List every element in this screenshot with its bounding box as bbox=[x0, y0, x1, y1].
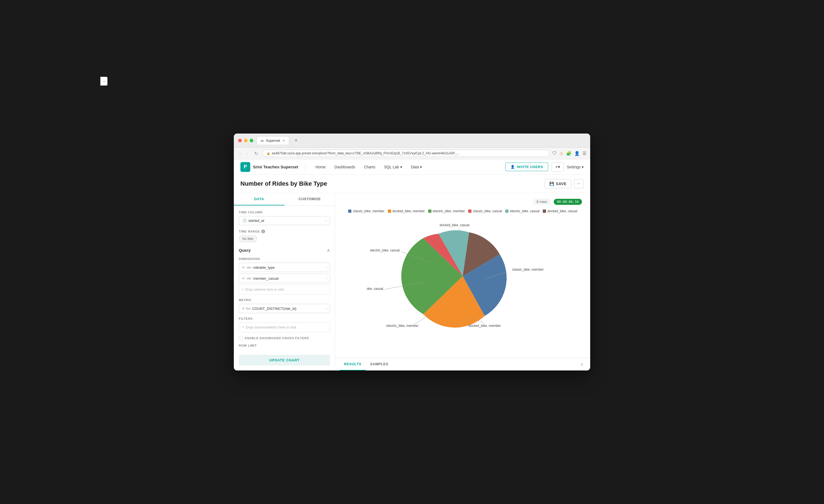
nav-home[interactable]: Home bbox=[312, 163, 329, 171]
legend-label-2: electric_bike, member bbox=[433, 209, 465, 213]
refresh-button[interactable]: ↻ bbox=[253, 150, 260, 157]
forward-button[interactable]: › bbox=[245, 150, 250, 156]
nav-charts[interactable]: Charts bbox=[360, 163, 379, 171]
nav-links: Home Dashboards Charts SQL Lab ▾ Data ▾ bbox=[312, 163, 499, 171]
menu-icon[interactable]: ☰ bbox=[583, 151, 586, 156]
time-column-select[interactable]: 🕐 started_at › bbox=[239, 216, 330, 225]
dimension-remove-0[interactable]: ✕ bbox=[242, 265, 245, 270]
dimension-item-0[interactable]: ✕ abc rideable_type › bbox=[239, 263, 330, 272]
panel-tabs: DATA CUSTOMIZE bbox=[234, 193, 335, 206]
cross-filters-checkbox[interactable] bbox=[239, 336, 242, 340]
brand-name: Srini Teaches Superset bbox=[253, 165, 298, 169]
filters-label: FILTERS bbox=[239, 317, 330, 320]
save-button[interactable]: 💾 SAVE bbox=[545, 179, 571, 188]
legend-color-4 bbox=[505, 209, 509, 213]
right-panel: 6 rows 00:00:06.34 classic_bike, member … bbox=[335, 193, 590, 371]
plus-icon: + bbox=[242, 288, 244, 292]
legend-item-5: docked_bike, casual bbox=[543, 209, 577, 213]
settings-button[interactable]: Settings ▾ bbox=[567, 165, 584, 169]
legend-item-1: docked_bike, member bbox=[388, 209, 425, 213]
metric-remove[interactable]: ✕ bbox=[242, 306, 245, 311]
filters-drop-zone[interactable]: + Drop columns/metrics here or click bbox=[239, 322, 330, 332]
new-tab-button[interactable]: + bbox=[293, 138, 300, 143]
dimension-item-1[interactable]: ✕ abc member_casual › bbox=[239, 274, 330, 283]
metric-item[interactable]: ✕ f(x) COUNT_DISTINCT(ride_id) › bbox=[239, 304, 330, 313]
row-count-badge: 6 rows bbox=[533, 199, 550, 205]
legend-label-5: docked_bike, casual bbox=[547, 209, 577, 213]
back-button[interactable]: ‹ bbox=[238, 150, 242, 156]
more-options-button[interactable]: ··· bbox=[574, 179, 584, 188]
url-bar[interactable]: 🔒 ea4875dd.us2a.app.preset.io/explore/?f… bbox=[262, 150, 549, 157]
legend-color-5 bbox=[543, 209, 546, 213]
legend-label-4: electric_bike, casual bbox=[510, 209, 539, 213]
pie-label-2: electric_bike, member bbox=[386, 324, 418, 328]
dimension-name-0: rideable_type bbox=[253, 266, 275, 270]
chart-toolbar: 6 rows 00:00:06.34 bbox=[343, 199, 582, 205]
legend-label-3: classic_bike, casual bbox=[473, 209, 502, 213]
page-header: Number of Rides by Bike Type 💾 SAVE ··· bbox=[234, 175, 590, 193]
time-badge: 00:00:06.34 bbox=[554, 199, 582, 205]
chart-area: 6 rows 00:00:06.34 classic_bike, member … bbox=[335, 193, 590, 358]
app-window: ∞ Superset ✕ + ‹ › ↻ 🔒 ea4875dd.us2a.app… bbox=[234, 133, 590, 371]
tab-results[interactable]: RESULTS bbox=[340, 358, 366, 371]
legend-color-3 bbox=[468, 209, 472, 213]
pie-label-line-2 bbox=[415, 314, 430, 324]
time-column-value: started_at bbox=[248, 218, 264, 223]
info-icon: i bbox=[261, 229, 265, 233]
url-text: ea4875dd.us2a.app.preset.io/explore/?for… bbox=[272, 152, 460, 155]
address-bar: ‹ › ↻ 🔒 ea4875dd.us2a.app.preset.io/expl… bbox=[234, 147, 590, 159]
add-button[interactable]: +▾ bbox=[551, 162, 563, 172]
results-panel-collapse[interactable]: ∧ bbox=[578, 360, 586, 369]
browser-tab[interactable]: ∞ Superset ✕ bbox=[256, 136, 289, 144]
close-traffic-light[interactable] bbox=[238, 139, 242, 142]
tab-data[interactable]: DATA bbox=[234, 193, 285, 205]
invite-users-button[interactable]: 👤 INVITE USERS bbox=[505, 163, 548, 171]
clock-icon: 🕐 bbox=[242, 218, 247, 223]
row-limit-label: ROW LIMIT bbox=[239, 344, 330, 347]
query-section-collapse[interactable]: ∧ bbox=[327, 247, 330, 253]
warning-icon: ⚠ bbox=[559, 151, 563, 156]
chart-legend: classic_bike, member docked_bike, member… bbox=[343, 209, 582, 213]
legend-item-2: electric_bike, member bbox=[428, 209, 465, 213]
cross-filters-label: ENABLE DASHBOARD CROSS FILTERS bbox=[245, 336, 309, 340]
page-title: Number of Rides by Bike Type bbox=[240, 180, 327, 187]
dimension-remove-1[interactable]: ✕ bbox=[242, 276, 245, 281]
nav-divider bbox=[305, 164, 305, 170]
nav-actions: 👤 INVITE USERS +▾ Settings ▾ bbox=[505, 162, 584, 172]
left-panel: → DATA CUSTOMIZE TIME COLUMN 🕐 started_a… bbox=[234, 193, 335, 371]
chevron-right-icon: › bbox=[326, 266, 327, 269]
pie-chart-container: classic_bike, member docked_bike, member… bbox=[343, 218, 582, 334]
superset-tab-icon: ∞ bbox=[261, 138, 264, 143]
save-icon: 💾 bbox=[549, 182, 554, 186]
tab-title: Superset bbox=[266, 138, 280, 142]
legend-color-0 bbox=[348, 209, 351, 213]
chevron-down-icon: ▾ bbox=[400, 165, 402, 169]
no-filter-badge[interactable]: No filter bbox=[239, 235, 330, 242]
chevron-right-icon: › bbox=[326, 307, 327, 310]
tab-samples[interactable]: SAMPLES bbox=[366, 358, 393, 371]
traffic-lights bbox=[238, 139, 253, 142]
legend-item-0: classic_bike, member bbox=[348, 209, 384, 213]
time-column-label: TIME COLUMN bbox=[239, 211, 330, 214]
nav-data[interactable]: Data ▾ bbox=[407, 163, 426, 171]
nav-sqllab[interactable]: SQL Lab ▾ bbox=[380, 163, 406, 171]
main-content: → DATA CUSTOMIZE TIME COLUMN 🕐 started_a… bbox=[234, 193, 590, 371]
legend-color-2 bbox=[428, 209, 431, 213]
nav-dashboards[interactable]: Dashboards bbox=[331, 163, 359, 171]
update-chart-button[interactable]: UPDATE CHART bbox=[239, 355, 330, 366]
bottom-tabs: RESULTS SAMPLES ∧ bbox=[335, 358, 590, 371]
dimension-name-1: member_casual bbox=[253, 276, 279, 281]
user-icon: 👤 bbox=[510, 165, 515, 169]
pie-label-4: electric_bike, casual bbox=[370, 248, 400, 252]
maximize-traffic-light[interactable] bbox=[250, 139, 253, 142]
legend-item-3: classic_bike, casual bbox=[468, 209, 502, 213]
minimize-traffic-light[interactable] bbox=[244, 139, 247, 142]
legend-label-1: docked_bike, member bbox=[393, 209, 425, 213]
dimensions-drop-zone[interactable]: + Drop columns here or click bbox=[239, 285, 330, 295]
tab-customize[interactable]: CUSTOMIZE bbox=[285, 193, 335, 205]
legend-item-4: electric_bike, casual bbox=[505, 209, 539, 213]
app-navbar: P Srini Teaches Superset Home Dashboards… bbox=[234, 159, 590, 175]
puzzle-icon: 🧩 bbox=[566, 151, 572, 156]
bottom-tab-list: RESULTS SAMPLES bbox=[340, 358, 393, 371]
tab-close-icon[interactable]: ✕ bbox=[282, 139, 285, 142]
